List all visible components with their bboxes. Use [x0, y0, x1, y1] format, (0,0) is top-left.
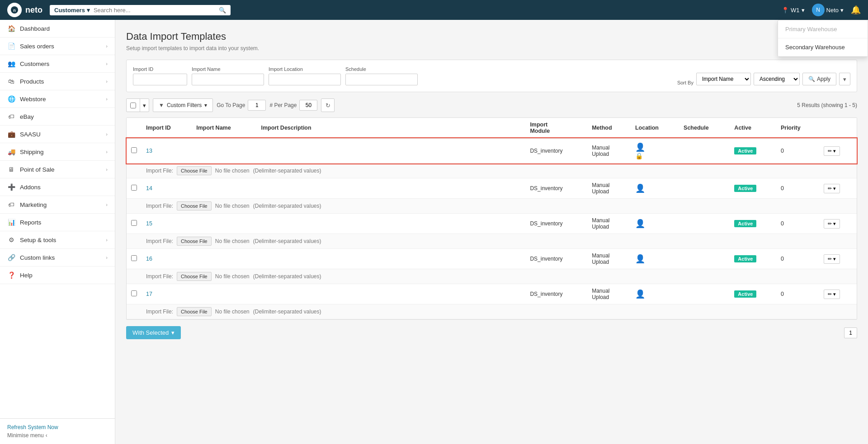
row-edit[interactable]: ✏ ▾	[819, 249, 857, 269]
sidebar-item-custom-links[interactable]: 🔗 Custom links ›	[0, 249, 115, 266]
sidebar-item-setup-tools[interactable]: ⚙ Setup & tools ›	[0, 231, 115, 249]
row-edit[interactable]: ✏ ▾	[819, 284, 857, 304]
import-file-row: Import File: Choose File No file chosen …	[127, 164, 857, 178]
warehouse-option-secondary[interactable]: Secondary Warehouse	[778, 38, 868, 56]
sidebar-item-saasu[interactable]: 💼 SAASU ›	[0, 126, 115, 143]
user-button[interactable]: N Neto ▾	[812, 4, 844, 16]
file-input-area: Import File: Choose File No file chosen …	[146, 166, 852, 175]
row-import-description	[257, 214, 526, 234]
custom-filters-button[interactable]: ▼ Custom Filters ▾	[153, 98, 213, 112]
edit-button[interactable]: ✏ ▾	[824, 184, 840, 193]
chevron-right-icon: ›	[106, 237, 108, 243]
sidebar-item-marketing[interactable]: 🏷 Marketing ›	[0, 196, 115, 214]
row-checkbox[interactable]	[131, 147, 137, 153]
sidebar-item-sales-orders[interactable]: 📄 Sales orders ›	[0, 37, 115, 55]
row-edit[interactable]: ✏ ▾	[819, 178, 857, 199]
choose-file-button[interactable]: Choose File	[177, 201, 212, 210]
import-file-row: Import File: Choose File No file chosen …	[127, 199, 857, 214]
import-id-link[interactable]: 14	[146, 185, 152, 192]
go-to-page-input[interactable]	[248, 100, 266, 111]
row-import-name	[192, 249, 256, 269]
logo[interactable]: n neto	[7, 3, 42, 17]
import-id-link[interactable]: 17	[146, 291, 152, 297]
row-import-module: DS_inventory	[525, 214, 587, 234]
row-checkbox-cell[interactable]	[127, 214, 142, 234]
row-edit[interactable]: ✏ ▾	[819, 214, 857, 234]
refresh-system-link[interactable]: Refresh System Now	[7, 424, 108, 430]
sort-by-select[interactable]: Import Name Import ID Import Location Sc…	[696, 73, 751, 85]
sidebar-bottom: Refresh System Now Minimise menu ‹	[0, 418, 115, 444]
user-icon: 👤	[635, 254, 645, 263]
filter-collapse-button[interactable]: ▾	[839, 73, 850, 85]
chevron-down-icon: ▾	[840, 7, 844, 14]
row-checkbox[interactable]	[131, 290, 137, 296]
chevron-right-icon: ›	[106, 43, 108, 49]
schedule-input[interactable]	[345, 74, 418, 85]
warehouse-option-primary[interactable]: Primary Warehouse	[778, 20, 868, 38]
notifications-button[interactable]: 🔔	[851, 5, 861, 15]
svg-text:n: n	[13, 8, 16, 13]
sidebar-item-reports[interactable]: 📊 Reports	[0, 214, 115, 231]
import-file-row: Import File: Choose File No file chosen …	[127, 234, 857, 249]
sidebar-item-customers[interactable]: 👥 Customers ›	[0, 55, 115, 73]
sidebar-item-addons[interactable]: ➕ Addons	[0, 178, 115, 196]
row-priority: 0	[776, 138, 819, 164]
apply-button[interactable]: 🔍 Apply	[802, 73, 836, 85]
user-icon: 👤	[635, 219, 645, 228]
import-file-label: Import File:	[146, 308, 173, 315]
table-body: 13 DS_inventory ManualUpload 👤 🔒 Active …	[127, 138, 857, 319]
row-checkbox-cell[interactable]	[127, 284, 142, 304]
row-active: Active	[730, 249, 776, 269]
import-id-link[interactable]: 16	[146, 256, 152, 262]
import-id-input[interactable]	[133, 74, 187, 85]
with-selected-button[interactable]: With Selected ▾	[126, 326, 181, 339]
row-active: Active	[730, 284, 776, 304]
checkbox-dropdown-chevron[interactable]: ▾	[140, 99, 149, 112]
row-checkbox-cell[interactable]	[127, 178, 142, 199]
sidebar-item-dashboard[interactable]: 🏠 Dashboard	[0, 20, 115, 37]
sidebar-item-point-of-sale[interactable]: 🖥 Point of Sale ›	[0, 161, 115, 178]
edit-button[interactable]: ✏ ▾	[824, 254, 840, 264]
sidebar-item-ebay[interactable]: 🏷 eBay	[0, 108, 115, 126]
per-page-input[interactable]	[299, 100, 317, 111]
sidebar-item-webstore[interactable]: 🌐 Webstore ›	[0, 90, 115, 108]
th-import-id: Import ID	[142, 118, 192, 138]
customers-icon: 👥	[7, 60, 15, 67]
chevron-down-icon: ▾	[802, 7, 805, 14]
edit-button[interactable]: ✏ ▾	[824, 219, 840, 229]
sort-order-select[interactable]: Ascending Descending	[754, 73, 800, 85]
row-checkbox[interactable]	[131, 185, 137, 191]
search-category-dropdown[interactable]: Customers ▾	[54, 7, 90, 14]
sidebar-item-help[interactable]: ❓ Help	[0, 266, 115, 284]
edit-button[interactable]: ✏ ▾	[824, 290, 840, 299]
table-row: 13 DS_inventory ManualUpload 👤 🔒 Active …	[127, 138, 857, 164]
row-checkbox-cell[interactable]	[127, 138, 142, 164]
row-checkbox-cell[interactable]	[127, 249, 142, 269]
import-id-link[interactable]: 15	[146, 220, 152, 227]
select-all-checkbox[interactable]	[127, 99, 140, 112]
page-1-button[interactable]: 1	[844, 327, 857, 338]
row-checkbox[interactable]	[131, 220, 137, 226]
edit-button[interactable]: ✏ ▾	[824, 146, 840, 156]
choose-file-button[interactable]: Choose File	[177, 307, 212, 316]
choose-file-button[interactable]: Choose File	[177, 237, 212, 246]
search-input[interactable]	[94, 7, 219, 14]
import-name-input[interactable]	[192, 74, 264, 85]
minimise-menu-button[interactable]: Minimise menu ‹	[7, 432, 108, 439]
import-id-link[interactable]: 13	[146, 148, 152, 154]
search-icon[interactable]: 🔍	[219, 7, 226, 14]
warehouse-button[interactable]: 📍 W1 ▾	[782, 7, 805, 14]
select-all-input[interactable]	[130, 103, 136, 108]
sidebar-item-products[interactable]: 🛍 Products ›	[0, 73, 115, 90]
choose-file-button[interactable]: Choose File	[177, 272, 212, 281]
sort-by-label: Sort By	[677, 80, 693, 85]
addons-icon: ➕	[7, 183, 15, 191]
import-location-input[interactable]	[269, 74, 341, 85]
row-schedule	[679, 138, 730, 164]
choose-file-button[interactable]: Choose File	[177, 166, 212, 175]
refresh-button[interactable]: ↻	[321, 98, 335, 112]
sidebar-item-shipping[interactable]: 🚚 Shipping ›	[0, 143, 115, 161]
row-edit[interactable]: ✏ ▾	[819, 138, 857, 164]
row-checkbox[interactable]	[131, 255, 137, 261]
chevron-left-icon: ‹	[46, 432, 47, 439]
